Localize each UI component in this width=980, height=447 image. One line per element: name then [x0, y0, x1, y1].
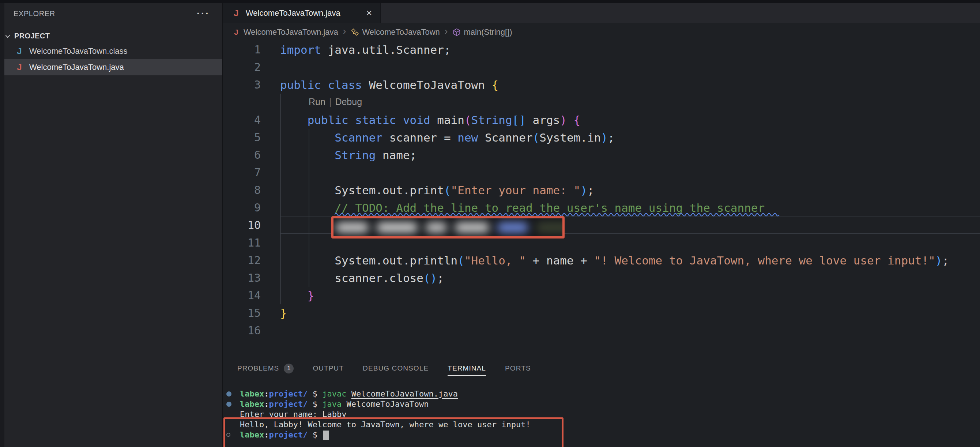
more-actions-icon[interactable]: ··· [197, 12, 210, 15]
terminal-file-link[interactable]: WelcomeToJavaTown.java [352, 389, 458, 398]
terminal-cursor [323, 431, 329, 440]
explorer-title: EXPLORER [14, 10, 55, 18]
code-line[interactable]: 15} [223, 304, 980, 322]
redacted-blur-blob [336, 223, 369, 233]
code-line[interactable]: 1import java.util.Scanner; [223, 41, 980, 59]
code-line-content: // TODO: Add the line to read the user's… [261, 199, 980, 216]
line-number: 6 [223, 146, 261, 164]
breadcrumb-method-label: main(String[]) [464, 27, 512, 37]
redacted-blur-blob [426, 223, 447, 233]
sidebar-left-edge [0, 3, 5, 447]
redacted-blur-blob [377, 223, 418, 233]
codelens-row[interactable]: Run|Debug [223, 94, 980, 111]
code-line[interactable]: 14 } [223, 287, 980, 304]
terminal-line[interactable]: Hello, Labby! Welcome to JavaTown, where… [223, 420, 980, 430]
panel-tab-label: PORTS [505, 364, 531, 372]
line-number: 14 [223, 287, 261, 304]
redacted-blur-blob [497, 223, 528, 233]
line-number: 13 [223, 269, 261, 287]
panel-tab-terminal[interactable]: TERMINAL [448, 358, 486, 379]
panel-tab-problems[interactable]: PROBLEMS1 [237, 358, 294, 379]
breadcrumb-class[interactable]: WelcomeToJavaTown [351, 27, 440, 37]
terminal-line[interactable]: labex:project/ $ [223, 430, 980, 440]
panel-tab-debug-console[interactable]: DEBUG CONSOLE [363, 358, 429, 379]
panel-tab-bar: PROBLEMS1OUTPUTDEBUG CONSOLETERMINALPORT… [223, 358, 980, 379]
line-number: 11 [223, 234, 261, 252]
file-tree-item[interactable]: JWelcomeToJavaTown.class [0, 43, 222, 59]
command-decoration-icon [226, 402, 231, 407]
java-file-icon: J [15, 46, 24, 56]
line-number: 4 [223, 111, 261, 129]
panel-tab-ports[interactable]: PORTS [505, 358, 531, 379]
code-line-content: String name; [261, 146, 980, 164]
problems-count-badge: 1 [284, 364, 294, 374]
line-number: 3 [223, 76, 261, 94]
code-line[interactable]: 13 scanner.close(); [223, 269, 980, 287]
command-decoration-icon [226, 391, 231, 396]
bottom-panel: PROBLEMS1OUTPUTDEBUG CONSOLETERMINALPORT… [223, 358, 980, 447]
code-line-content: System.out.print("Enter your name: "); [261, 181, 980, 199]
editor-group: J WelcomeToJavaTown.java ✕ J WelcomeToJa… [222, 3, 980, 447]
terminal-line[interactable]: labex:project/ $ javac WelcomeToJavaTown… [223, 389, 980, 399]
code-line[interactable]: 6 String name; [223, 146, 980, 164]
terminal-view[interactable]: labex:project/ $ javac WelcomeToJavaTown… [223, 389, 980, 447]
panel-tab-output[interactable]: OUTPUT [313, 358, 344, 379]
line-number: 9 [223, 199, 261, 216]
line-number: 10 [223, 216, 261, 234]
breadcrumb-file[interactable]: J WelcomeToJavaTown.java [232, 27, 338, 37]
code-line-content: } [261, 287, 980, 304]
code-line-content [261, 164, 980, 181]
codelens-run-debug: Run|Debug [223, 94, 362, 111]
file-name-label: WelcomeToJavaTown.class [29, 46, 127, 56]
close-icon[interactable]: ✕ [366, 9, 372, 17]
code-line-content [261, 322, 980, 339]
code-line-content: } [261, 304, 980, 322]
line-number: 2 [223, 59, 261, 76]
code-line[interactable]: 4 public static void main(String[] args)… [223, 111, 980, 129]
debug-link[interactable]: Debug [335, 97, 362, 107]
terminal-line[interactable]: labex:project/ $ java WelcomeToJavaTown [223, 399, 980, 409]
panel-tab-label: DEBUG CONSOLE [363, 364, 429, 372]
project-section-label: PROJECT [14, 32, 50, 40]
pending-command-decoration-icon [226, 433, 231, 437]
code-line[interactable]: 8 System.out.print("Enter your name: "); [223, 181, 980, 199]
run-link[interactable]: Run [309, 97, 325, 107]
code-line[interactable]: 9 // TODO: Add the line to read the user… [223, 199, 980, 216]
terminal-line[interactable]: Enter your name: Labby [223, 409, 980, 420]
panel-tab-label: OUTPUT [313, 364, 344, 372]
line-number: 1 [223, 41, 261, 59]
line-number: 5 [223, 129, 261, 146]
line-number: 15 [223, 304, 261, 322]
breadcrumb-file-label: WelcomeToJavaTown.java [243, 27, 338, 37]
java-file-icon: J [232, 28, 240, 37]
chevron-right-icon: › [342, 25, 347, 37]
window-top-edge [0, 0, 980, 3]
breadcrumb: J WelcomeToJavaTown.java › WelcomeToJava… [223, 23, 980, 41]
code-line[interactable]: 5 Scanner scanner = new Scanner(System.i… [223, 129, 980, 146]
code-line[interactable]: 7 [223, 164, 980, 181]
code-line[interactable]: 2 [223, 59, 980, 76]
code-line-content: Scanner scanner = new Scanner(System.in)… [261, 129, 980, 146]
line-number: 7 [223, 164, 261, 181]
method-symbol-icon [453, 28, 461, 36]
panel-tab-label: PROBLEMS [237, 364, 279, 372]
project-section-header[interactable]: PROJECT [0, 29, 222, 43]
code-line[interactable]: 16 [223, 322, 980, 339]
code-editor[interactable]: 1import java.util.Scanner;23public class… [223, 41, 980, 358]
line-number: 12 [223, 252, 261, 269]
code-line[interactable]: 3public class WelcomeToJavaTown { [223, 76, 980, 94]
terminal-lines: labex:project/ $ javac WelcomeToJavaTown… [223, 389, 980, 440]
chevron-down-icon [5, 33, 10, 38]
class-symbol-icon [351, 28, 359, 36]
code-line-content: System.out.println("Hello, " + name + "!… [261, 252, 980, 269]
code-lines: 1import java.util.Scanner;23public class… [223, 41, 980, 339]
tab-welcometojavatown-java[interactable]: J WelcomeToJavaTown.java ✕ [223, 3, 381, 23]
breadcrumb-method[interactable]: main(String[]) [453, 27, 512, 37]
file-tree-item[interactable]: JWelcomeToJavaTown.java [0, 59, 222, 75]
explorer-sidebar: EXPLORER ··· PROJECT JWelcomeToJavaTown.… [0, 3, 222, 447]
file-tree: JWelcomeToJavaTown.classJWelcomeToJavaTo… [0, 43, 222, 75]
code-line[interactable]: 12 System.out.println("Hello, " + name +… [223, 252, 980, 269]
vscode-window: EXPLORER ··· PROJECT JWelcomeToJavaTown.… [0, 0, 980, 447]
chevron-right-icon: › [444, 25, 449, 37]
tab-title: WelcomeToJavaTown.java [246, 8, 340, 18]
